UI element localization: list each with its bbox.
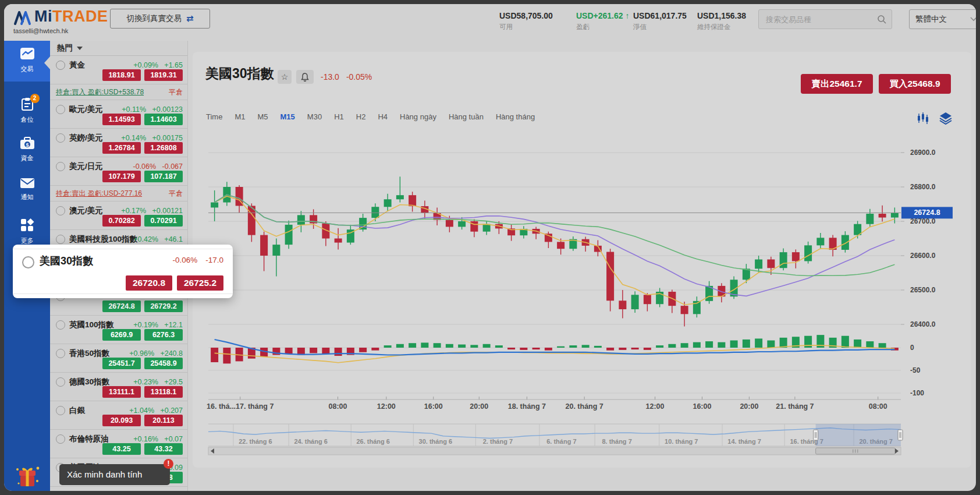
favorite-star-button[interactable]: ☆ — [278, 70, 292, 84]
instrument-radio[interactable] — [56, 206, 65, 215]
trade-icon — [20, 47, 35, 63]
watchlist-row[interactable]: 布倫特原油+0.16% +0.0743.2543.32 — [50, 430, 187, 458]
ask-price-badge[interactable]: 6276.3 — [144, 329, 183, 341]
bid-price-badge[interactable]: 6269.9 — [102, 329, 141, 341]
timeframe-tab-h-ng-tu-n[interactable]: Hàng tuần — [449, 112, 484, 121]
instrument-radio[interactable] — [56, 162, 65, 171]
bid-price-badge[interactable]: 1.14593 — [102, 114, 141, 125]
instrument-radio[interactable] — [56, 61, 65, 70]
chevron-down-icon — [970, 17, 976, 22]
ask-price-badge[interactable]: 1.26808 — [144, 142, 183, 154]
positions-icon: 2 — [20, 97, 34, 114]
instrument-name: 美國科技股100指數 — [69, 234, 137, 245]
search-icon[interactable] — [876, 14, 887, 24]
watchlist-category-dropdown[interactable]: 熱門 — [50, 41, 187, 56]
ask-price-badge[interactable]: 20.113 — [144, 415, 183, 426]
ask-price-badge[interactable]: 13118.1 — [144, 386, 183, 398]
ask-price-badge[interactable]: 1819.31 — [144, 69, 183, 81]
sidebar-item-funds[interactable]: $資金 — [4, 131, 50, 171]
instrument-radio[interactable] — [56, 406, 65, 415]
position-row: 持倉:賣出 盈虧:USD-277.16平倉 — [50, 186, 187, 201]
buy-button[interactable]: 買入25468.9 — [879, 74, 951, 94]
app-header: MiTRADE tasselli@hwtech.hk 切換到真實交易 ⇄ USD… — [4, 4, 976, 41]
search-box[interactable] — [758, 9, 892, 29]
ask-price-badge[interactable]: 0.70291 — [144, 215, 183, 227]
alert-exclamation-badge: ! — [164, 459, 173, 469]
chart-instrument-title: 美國30指數 — [205, 65, 274, 83]
ask-price-badge[interactable]: 25458.9 — [144, 358, 183, 369]
ask-price-badge[interactable]: 43.32 — [144, 443, 183, 455]
bid-price-badge[interactable]: 1818.91 — [102, 69, 141, 81]
watchlist-row[interactable]: 美元/日元-0.06% -0.067107.179107.187 — [50, 157, 187, 186]
funds-icon: $ — [20, 137, 35, 152]
instrument-radio[interactable] — [56, 133, 65, 143]
timeframe-tab-h4[interactable]: H4 — [378, 112, 388, 121]
watchlist-row[interactable]: 黃金+0.09% +1.651818.911819.31 — [50, 56, 187, 84]
watchlist-category-label: 熱門 — [57, 43, 73, 54]
timeframe-tab-h1[interactable]: H1 — [334, 112, 344, 121]
balance-value: USD1,156.38 — [697, 11, 746, 20]
svg-text:$: $ — [26, 142, 29, 148]
position-pnl-link[interactable]: 持倉:賣出 盈虧:USD-277.16 — [56, 189, 142, 199]
timeframe-tab-h2[interactable]: H2 — [356, 112, 366, 121]
instrument-radio[interactable] — [56, 235, 65, 244]
instrument-radio[interactable] — [56, 377, 65, 387]
timeframe-tab-m5[interactable]: M5 — [257, 112, 268, 121]
bid-price-badge[interactable]: 43.25 — [102, 443, 141, 455]
bid-price-badge[interactable]: 0.70282 — [102, 215, 141, 227]
ask-price-badge[interactable]: 26725.2 — [177, 275, 223, 291]
bid-price-badge[interactable]: 107.179 — [102, 171, 141, 182]
timeframe-tab-h-ng-th-ng[interactable]: Hàng tháng — [496, 112, 535, 121]
bid-price-badge[interactable]: 13111.1 — [102, 386, 141, 398]
close-position-button[interactable]: 平倉 — [169, 189, 183, 199]
instrument-radio[interactable] — [56, 105, 65, 114]
instrument-radio[interactable] — [22, 256, 34, 268]
position-pnl-link[interactable]: 持倉:買入 盈虧:USD+538.78 — [56, 87, 144, 97]
bid-price-badge[interactable]: 20.093 — [102, 415, 141, 426]
indicators-layers-icon[interactable] — [939, 112, 953, 125]
sidebar-item-trade[interactable]: 交易 — [4, 41, 50, 82]
instrument-radio[interactable] — [56, 320, 65, 330]
sell-button[interactable]: 賣出25461.7 — [801, 74, 873, 94]
bid-price-badge[interactable]: 26724.8 — [102, 300, 141, 312]
watchlist-row[interactable]: 澳元/美元+0.17% +0.001210.702820.70291 — [50, 201, 187, 230]
watchlist-row[interactable]: 英國100指數+0.19% +12.16269.96276.3 — [50, 316, 187, 344]
instrument-radio[interactable] — [56, 349, 65, 358]
instrument-radio[interactable] — [56, 434, 65, 444]
watchlist-row[interactable]: 德國30指數+0.23% +29.513111.113118.1 — [50, 373, 187, 401]
balance-item: USD58,705.00可用 — [499, 11, 553, 31]
sidebar-item-positions[interactable]: 2倉位 — [4, 91, 50, 131]
candlestick-chart-type-icon[interactable] — [917, 112, 929, 125]
instrument-change: +0.17% +0.00121 — [121, 207, 183, 215]
watchlist-row[interactable]: 香港50指數+0.96% +240.825451.725458.9 — [50, 344, 187, 373]
instrument-change: +0.96% +240.8 — [129, 349, 183, 358]
position-row: 持倉:買入 盈虧:USD+538.78平倉 — [50, 84, 187, 100]
ask-price-badge[interactable]: 1.14603 — [144, 114, 183, 125]
switch-label: 切換到真實交易 — [126, 13, 182, 24]
verify-identity-tooltip[interactable]: Xác minh danh tính ! — [59, 464, 170, 485]
instrument-change: +0.09% +1.65 — [133, 61, 183, 69]
gift-promotion-icon[interactable] — [14, 464, 41, 491]
timeframe-tab-h-ng-ng-y[interactable]: Hàng ngày — [400, 112, 436, 121]
instrument-change: -0.06%-17.0 — [172, 256, 223, 264]
close-position-button[interactable]: 平倉 — [169, 87, 183, 97]
bid-price-badge[interactable]: 25451.7 — [102, 358, 141, 369]
bid-price-badge[interactable]: 1.26784 — [102, 142, 141, 154]
switch-to-real-account-button[interactable]: 切換到真實交易 ⇄ — [110, 9, 210, 29]
ask-price-badge[interactable]: 107.187 — [144, 171, 183, 182]
watchlist-row[interactable]: 歐元/美元+0.11% +0.001231.145931.14603 — [50, 100, 187, 129]
language-selector[interactable]: 繁體中文 — [909, 9, 976, 29]
app-window: MiTRADE tasselli@hwtech.hk 切換到真實交易 ⇄ USD… — [4, 4, 976, 491]
price-alert-bell-button[interactable] — [296, 70, 314, 84]
timeframe-tab-m30[interactable]: M30 — [307, 112, 322, 121]
bid-price-badge[interactable]: 26720.8 — [126, 275, 172, 291]
watchlist-row[interactable]: 英鎊/美元+0.14% +0.001751.267841.26808 — [50, 129, 187, 157]
watchlist-row[interactable]: 白銀+1.04% +0.20720.09320.113 — [50, 401, 187, 430]
sidebar-item-mail[interactable]: 通知 — [4, 172, 50, 211]
ask-price-badge[interactable]: 26729.2 — [144, 300, 183, 312]
dragged-instrument-card[interactable]: 美國30指數 -0.06%-17.0 26720.8 26725.2 — [13, 245, 233, 298]
timeframe-tab-time[interactable]: Time — [206, 112, 222, 121]
timeframe-tab-m15[interactable]: M15 — [280, 112, 295, 121]
search-input[interactable] — [759, 15, 876, 24]
timeframe-tab-m1[interactable]: M1 — [235, 112, 245, 121]
